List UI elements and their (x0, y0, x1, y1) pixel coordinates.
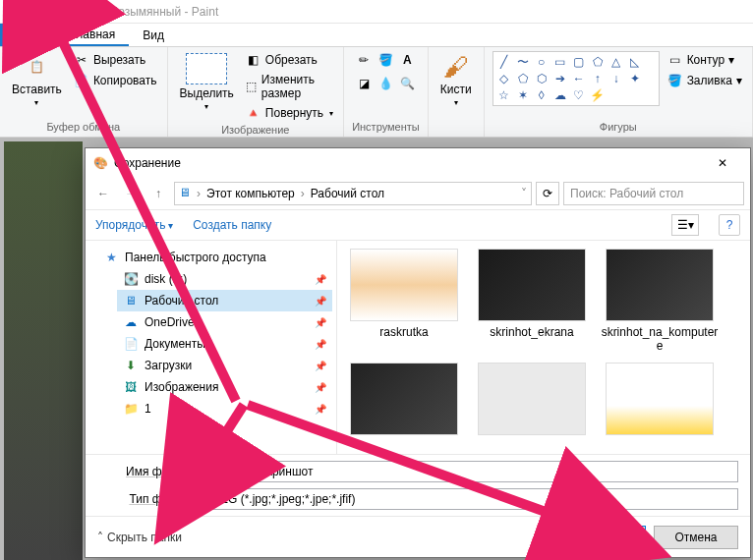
view-button[interactable]: ☰▾ (671, 214, 699, 236)
shape-poly[interactable]: ⬠ (590, 55, 606, 69)
filename-input[interactable] (200, 461, 738, 482)
pin-icon: 📌 (315, 361, 326, 371)
shape-star6[interactable]: ✶ (515, 88, 531, 102)
dialog-title: Сохранение (114, 156, 703, 170)
file-grid: raskrutka skrinhot_ekrana skrinhot_na_ko… (337, 241, 750, 454)
shape-curve[interactable]: 〜 (515, 55, 531, 69)
eraser-icon[interactable]: ◪ (355, 75, 373, 92)
crumb-computer[interactable]: Этот компьютер (203, 187, 299, 200)
shape-heart[interactable]: ♡ (571, 88, 587, 102)
tree-label: Рабочий стол (145, 294, 218, 308)
search-input[interactable]: Поиск: Рабочий стол (563, 182, 744, 205)
group-brushes: 🖌 Кисти ▾ (429, 47, 485, 137)
nav-fwd-button[interactable]: → (119, 182, 143, 205)
hide-folders-button[interactable]: ˄Скрыть папки (97, 531, 182, 544)
crop-button[interactable]: ◧Обрезать (244, 51, 335, 69)
cut-button[interactable]: ✂Вырезать (72, 51, 159, 69)
shape-diamond[interactable]: ◇ (496, 72, 512, 85)
file-item[interactable]: skrinhot_na_komputere (601, 249, 719, 353)
tab-view[interactable]: Вид (129, 24, 178, 46)
tree-quick-access[interactable]: ★Панель быстрого доступа (97, 247, 332, 268)
shape-rect[interactable]: ▭ (552, 55, 568, 69)
pencil-icon[interactable]: ✏ (355, 51, 373, 69)
shape-oval[interactable]: ○ (534, 55, 550, 69)
tree-item-folder1[interactable]: 📁1📌 (117, 398, 332, 420)
tree-item-pictures[interactable]: 🖼Изображения📌 (117, 376, 332, 398)
shape-cloud[interactable]: ☁ (552, 88, 568, 102)
dialog-body: ★Панель быстрого доступа 💽disk (F:)📌 🖥Ра… (86, 241, 750, 454)
shape-arrowu[interactable]: ↑ (590, 72, 606, 85)
cancel-button[interactable]: Отмена (654, 526, 738, 549)
tree-item-documents[interactable]: 📄Документы📌 (117, 333, 332, 355)
save-button[interactable]: Сохранить (561, 526, 646, 549)
tab-file[interactable]: Файл (0, 24, 57, 46)
refresh-button[interactable]: ⟳ (536, 182, 559, 205)
zoom-icon[interactable]: 🔍 (398, 75, 416, 92)
shapes-gallery[interactable]: ╱〜○▭▢⬠△◺ ◇⬠⬡➔←↑↓✦ ☆✶◊☁♡⚡ (492, 51, 660, 106)
file-item[interactable] (345, 363, 463, 435)
file-item[interactable] (473, 363, 591, 435)
group-label: Инструменты (352, 121, 420, 133)
tab-home[interactable]: Главная (57, 24, 130, 46)
shape-pent[interactable]: ⬠ (515, 72, 531, 85)
shape-roundrect[interactable]: ▢ (571, 55, 587, 69)
save-icon[interactable]: 💾 (24, 4, 39, 20)
brushes-button[interactable]: 🖌 Кисти ▾ (436, 51, 476, 109)
fill-button[interactable]: 🪣Заливка ▾ (666, 72, 744, 89)
tree-item-disk[interactable]: 💽disk (F:)📌 (117, 268, 332, 290)
chevron-right-icon: › (301, 187, 305, 200)
address-bar[interactable]: 🖥 › Этот компьютер › Рабочий стол ˅ (174, 182, 532, 205)
shape-hex[interactable]: ⬡ (534, 72, 550, 85)
copy-button[interactable]: 📄Копировать (72, 72, 159, 89)
chevron-down-icon[interactable]: ˅ (521, 187, 527, 200)
bucket-icon[interactable]: 🪣 (376, 51, 394, 69)
tree-label: Документы (145, 337, 205, 351)
file-name: skrinhot_na_komputere (601, 325, 719, 353)
tree-item-onedrive[interactable]: ☁OneDrive📌 (117, 311, 332, 333)
select-button[interactable]: Выделить ▾ (176, 51, 238, 113)
tree-label: Панель быстрого доступа (125, 251, 266, 264)
filetype-select[interactable] (200, 488, 738, 510)
close-button[interactable]: ✕ (703, 151, 742, 175)
shape-bolt[interactable]: ⚡ (590, 88, 606, 102)
nav-up-button[interactable]: ↑ (146, 182, 170, 205)
shape-arrowr[interactable]: ➔ (552, 72, 568, 85)
outline-button[interactable]: ▭Контур ▾ (666, 51, 744, 69)
text-icon[interactable]: A (398, 51, 416, 69)
resize-button[interactable]: ⬚Изменить размер (244, 72, 335, 101)
tree-item-desktop[interactable]: 🖥Рабочий стол📌 (117, 290, 332, 311)
file-item[interactable]: raskrutka (345, 249, 463, 353)
crop-label: Обрезать (265, 53, 318, 67)
crumb-desktop[interactable]: Рабочий стол (307, 187, 388, 200)
shape-star4[interactable]: ✦ (627, 72, 643, 85)
thumbnail (350, 363, 458, 435)
drive-icon: 💽 (123, 271, 139, 287)
tree-label: Загрузки (145, 359, 192, 372)
cut-icon: ✂ (74, 52, 89, 68)
pin-icon: 📌 (315, 382, 326, 393)
shape-star5[interactable]: ☆ (496, 88, 512, 102)
shape-arrowl[interactable]: ← (571, 72, 587, 85)
select-icon (186, 53, 227, 84)
shape-arrowd[interactable]: ↓ (608, 72, 624, 85)
file-item[interactable] (601, 363, 719, 435)
filetype-label: Тип файла: (97, 492, 192, 506)
organize-button[interactable]: Упорядочить (95, 218, 173, 232)
paste-button[interactable]: 📋 Вставить ▾ (8, 51, 66, 109)
shape-tri[interactable]: △ (608, 55, 624, 69)
shape-line[interactable]: ╱ (496, 55, 512, 69)
picker-icon[interactable]: 💧 (376, 75, 394, 92)
nav-back-button[interactable]: ← (91, 182, 115, 205)
shape-callout[interactable]: ◊ (534, 88, 550, 102)
tree-label: disk (F:) (145, 272, 187, 286)
help-button[interactable]: ? (719, 214, 740, 236)
file-item[interactable]: skrinhot_ekrana (473, 249, 591, 353)
newfolder-button[interactable]: Создать папку (193, 218, 271, 232)
shape-rtri[interactable]: ◺ (627, 55, 643, 69)
redo-icon[interactable]: ↷ (63, 4, 79, 20)
pictures-icon: 🖼 (123, 379, 139, 395)
undo-icon[interactable]: ↶ (43, 4, 59, 20)
rotate-button[interactable]: 🔺Повернуть▾ (244, 104, 335, 122)
tree-item-downloads[interactable]: ⬇Загрузки📌 (117, 355, 332, 376)
ribbon-tabs: Файл Главная Вид (0, 24, 753, 47)
